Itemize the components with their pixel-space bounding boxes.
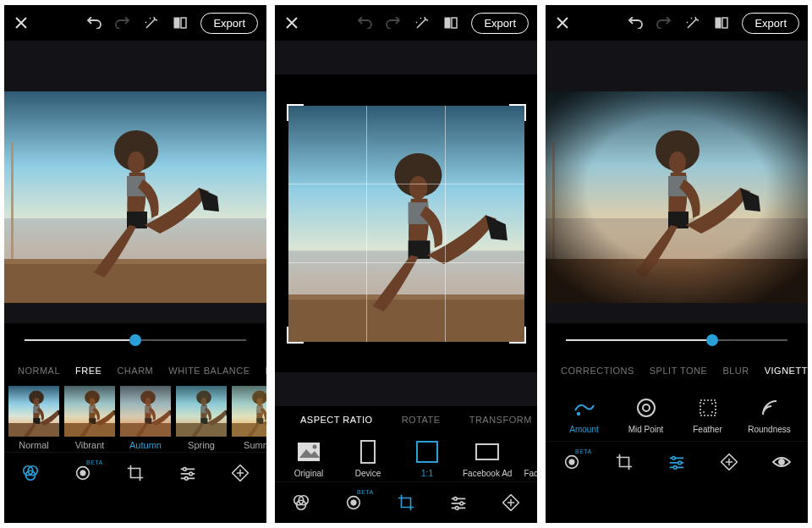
tool-heal[interactable]: [494, 486, 528, 520]
vignette-amount[interactable]: Amount: [556, 396, 613, 434]
svg-point-51: [576, 412, 579, 415]
tool-crop[interactable]: [607, 445, 641, 479]
redo-icon[interactable]: [114, 14, 131, 31]
svg-point-63: [673, 466, 677, 470]
export-button[interactable]: Export: [471, 13, 529, 34]
look-vibrant[interactable]: Vibrant: [63, 386, 116, 450]
category-charm[interactable]: CHARM: [110, 366, 160, 376]
tool-red-eye[interactable]: BETA: [66, 456, 100, 490]
vignette-roundness[interactable]: Roundness: [741, 396, 798, 434]
vignette-slider[interactable]: [546, 323, 808, 357]
svg-point-53: [643, 404, 650, 411]
tool-red-eye[interactable]: BETA: [555, 445, 589, 479]
crop-tabs: ASPECT RATIO ROTATE TRANSFORM: [275, 406, 537, 433]
close-icon[interactable]: [283, 14, 300, 31]
export-button[interactable]: Export: [742, 13, 799, 34]
tool-heal[interactable]: [712, 445, 746, 479]
tool-red-eye[interactable]: BETA: [337, 486, 370, 520]
undo-icon[interactable]: [85, 14, 102, 31]
vignette-feather[interactable]: Feather: [679, 396, 737, 434]
svg-point-33: [184, 477, 188, 481]
tool-crop[interactable]: [118, 456, 152, 490]
aspect-original[interactable]: Original: [280, 440, 337, 478]
svg-point-39: [313, 445, 317, 449]
aspect-facebook-profile[interactable]: Facebook Profile: [518, 440, 537, 478]
aspect-options: Original Device 1:1 Facebook Ad Facebook…: [275, 433, 537, 481]
vignette-midpoint[interactable]: Mid Point: [617, 396, 675, 434]
tab-blur[interactable]: BLUR: [716, 366, 755, 376]
tool-adjust[interactable]: [171, 456, 205, 490]
tab-rotate[interactable]: ROTATE: [388, 415, 454, 425]
compare-icon[interactable]: [172, 14, 189, 31]
aspect-device[interactable]: Device: [339, 440, 397, 478]
look-autumn[interactable]: Autumn: [119, 386, 172, 450]
bottom-toolbar: BETA: [546, 441, 808, 482]
tool-view-icon[interactable]: [765, 445, 798, 479]
tool-looks[interactable]: [284, 486, 318, 520]
magic-wand-icon[interactable]: [414, 14, 431, 31]
svg-rect-21: [181, 18, 186, 28]
tool-adjust[interactable]: [442, 486, 475, 520]
undo-icon[interactable]: [627, 14, 644, 31]
tool-adjust[interactable]: [660, 445, 694, 479]
look-normal[interactable]: Normal: [8, 386, 60, 450]
svg-point-52: [638, 399, 655, 416]
look-thumbnails: Normal Vibrant Autumn Spring Summ: [4, 384, 266, 452]
tab-aspect-ratio[interactable]: ASPECT RATIO: [287, 415, 387, 425]
svg-point-57: [703, 411, 705, 413]
tab-vignette[interactable]: VIGNETTE: [758, 366, 808, 376]
tab-corrections[interactable]: CORRECTIONS: [554, 366, 641, 376]
tool-heal[interactable]: [223, 456, 257, 490]
svg-point-55: [703, 403, 705, 404]
redo-icon[interactable]: [385, 14, 402, 31]
svg-rect-49: [716, 18, 721, 28]
compare-icon[interactable]: [442, 14, 459, 31]
panel-adjust: Export CORRECTIONS SPLIT TONE BLUR VIGNE…: [546, 5, 808, 523]
svg-point-62: [678, 461, 682, 465]
export-button[interactable]: Export: [200, 13, 258, 34]
look-categories: NORMAL FREE CHARM WHITE BALANCE BL: [4, 357, 266, 384]
redo-icon[interactable]: [656, 14, 672, 31]
bottom-toolbar: BETA: [275, 481, 537, 523]
panel-looks: Export NORMAL FREE CHARM WHITE BALANCE B…: [4, 5, 266, 523]
close-icon[interactable]: [13, 14, 30, 31]
intensity-slider[interactable]: [4, 323, 266, 357]
svg-point-46: [460, 502, 464, 505]
crop-canvas[interactable]: [288, 106, 524, 342]
svg-rect-36: [452, 18, 457, 28]
svg-rect-23: [120, 386, 171, 437]
category-normal[interactable]: NORMAL: [11, 366, 67, 376]
svg-point-47: [455, 507, 458, 510]
aspect-facebook-ad[interactable]: Facebook Ad: [458, 440, 517, 478]
look-summer[interactable]: Summ: [231, 386, 266, 450]
adjust-tabs: CORRECTIONS SPLIT TONE BLUR VIGNETTE: [546, 357, 808, 384]
svg-rect-50: [722, 18, 727, 28]
panel-crop: Export ASPECT RATIO ROTATE TRANSFORM Ori…: [275, 5, 537, 523]
svg-rect-24: [176, 386, 227, 437]
photo-canvas[interactable]: [4, 91, 266, 303]
look-spring[interactable]: Spring: [175, 386, 228, 450]
undo-icon[interactable]: [356, 14, 373, 31]
compare-icon[interactable]: [713, 14, 730, 31]
close-icon[interactable]: [554, 14, 571, 31]
tool-looks[interactable]: [14, 456, 47, 490]
svg-rect-54: [700, 400, 716, 415]
tab-transform[interactable]: TRANSFORM: [456, 415, 537, 425]
svg-rect-25: [232, 386, 266, 437]
category-more[interactable]: BL: [259, 366, 266, 376]
magic-wand-icon[interactable]: [684, 14, 701, 31]
tab-split-tone[interactable]: SPLIT TONE: [643, 366, 715, 376]
top-bar: Export: [4, 5, 266, 41]
aspect-1-1[interactable]: 1:1: [398, 440, 456, 478]
category-white-balance[interactable]: WHITE BALANCE: [162, 366, 256, 376]
top-bar: Export: [546, 5, 808, 41]
magic-wand-icon[interactable]: [143, 14, 160, 31]
svg-point-60: [569, 459, 574, 465]
category-free[interactable]: FREE: [69, 366, 108, 376]
photo-canvas[interactable]: [546, 91, 808, 303]
svg-point-45: [454, 498, 458, 501]
tool-crop[interactable]: [389, 486, 423, 520]
svg-point-61: [672, 457, 676, 460]
svg-point-44: [351, 500, 356, 505]
svg-point-31: [184, 468, 187, 471]
